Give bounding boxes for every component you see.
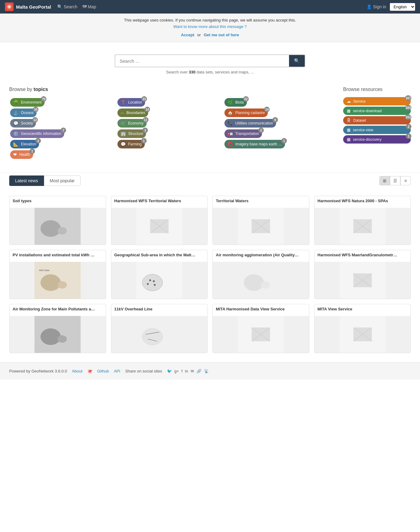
topic-item-oceans[interactable]: ⚓Oceans16 — [10, 108, 37, 117]
navbar: Malta GeoPortal 🔍 Search 🗺 Map 👤 Sign in… — [0, 0, 420, 14]
card-image — [213, 262, 309, 299]
card-image — [10, 316, 106, 353]
twitter-icon[interactable]: 🐦 — [167, 369, 172, 373]
card-item-9[interactable]: 11kV Overhead Line — [111, 304, 208, 353]
card-image — [111, 208, 208, 245]
view-compact-button[interactable]: ≡ — [400, 176, 411, 185]
card-title: Territorial Waters — [213, 196, 309, 208]
topic-item-utilities-communication[interactable]: 📞Utilities communication9 — [224, 119, 276, 128]
googleplus-icon[interactable]: g+ — [174, 369, 179, 373]
nav-search-link[interactable]: 🔍 Search — [57, 4, 77, 9]
search-bar: 🔍 — [115, 54, 305, 67]
resources-list: ☁Service167▦service-download164🗄Dataset1… — [343, 97, 411, 144]
card-title: Geographical Sub-area in which the Malt… — [111, 250, 208, 262]
topic-item-biota[interactable]: 🌿Biota22 — [224, 98, 247, 107]
svg-point-23 — [153, 280, 155, 282]
cookie-reject-link[interactable]: Get me out of here — [204, 33, 239, 37]
resource-item-Service[interactable]: ☁Service167 — [343, 97, 411, 105]
cookie-learn-more[interactable]: Want to know more about this message ? — [173, 24, 247, 29]
card-image — [213, 316, 309, 353]
nav-map-link[interactable]: 🗺 Map — [82, 4, 96, 9]
tab-latest-news[interactable]: Latest news — [9, 175, 44, 186]
footer: Powered by GeoNetwork 3.6.0.0 About 🐙 Gi… — [0, 362, 420, 380]
topic-item-geoscientific-information[interactable]: ⚙️Geoscientific information7 — [10, 129, 64, 138]
card-image — [315, 208, 411, 245]
card-item-1[interactable]: Harmonised WFS Territorial Waters — [111, 196, 208, 245]
topic-item-structure[interactable]: 🏢Structure3 — [117, 129, 146, 138]
topic-item-environment[interactable]: 🌳Environment79 — [10, 98, 45, 107]
card-item-11[interactable]: MITA View Service — [314, 304, 411, 353]
card-item-2[interactable]: Territorial Waters — [212, 196, 309, 245]
email-icon[interactable]: ✉ — [191, 369, 194, 373]
topic-item-location[interactable]: 📍Location23 — [117, 98, 145, 107]
linkedin-icon[interactable]: in — [185, 369, 188, 373]
search-button[interactable]: 🔍 — [289, 55, 305, 67]
footer-share-label: Share on social sites — [125, 369, 162, 373]
view-grid-button[interactable]: ⊞ — [379, 176, 390, 185]
resource-item-Dataset[interactable]: 🗄Dataset163 — [343, 116, 411, 124]
view-list-button[interactable]: ☰ — [390, 176, 400, 185]
footer-github-link[interactable]: Github — [97, 369, 109, 373]
card-item-7[interactable]: Harmonised WFS MaerlandGranulometr… — [314, 250, 411, 299]
powered-by: Powered by GeoNetwork 3.6.0.0 — [9, 369, 67, 373]
card-title: PV installations and estimated total kWh… — [10, 250, 106, 262]
svg-text:kWh Data: kWh Data — [39, 269, 50, 272]
topic-item-society[interactable]: 💬Society12 — [10, 119, 36, 128]
svg-point-2 — [41, 220, 61, 237]
facebook-icon[interactable]: f — [181, 369, 183, 373]
tabs-section: Latest news Most popular ⊞ ☰ ≡ — [0, 172, 420, 196]
map-nav-icon: 🗺 — [82, 4, 87, 9]
cookie-accept-link[interactable]: Accept — [181, 33, 194, 37]
topic-item-planning-cadastre[interactable]: 🏠Planning cadastre14 — [224, 108, 268, 117]
tab-most-popular[interactable]: Most popular — [44, 175, 81, 186]
card-item-6[interactable]: Air monitoring agglomeration (Air Qualit… — [212, 250, 309, 299]
footer-about-link[interactable]: About — [72, 369, 82, 373]
footer-api-link[interactable]: API — [114, 369, 120, 373]
browse-topics-grid: 🌳Environment79📍Location23🌿Biota22⚓Oceans… — [9, 97, 331, 160]
topic-item-farming[interactable]: 💬Farming1 — [117, 140, 145, 148]
topic-item-economy[interactable]: 🛒Economy11 — [117, 119, 147, 128]
tabs-left: Latest news Most popular — [9, 175, 81, 186]
card-item-5[interactable]: Geographical Sub-area in which the Malt… — [111, 250, 208, 299]
resource-item-service-view[interactable]: ▦service-view2 — [343, 126, 411, 134]
card-title: MITA Harmonised Data View Service — [213, 304, 309, 316]
language-select[interactable]: English Maltese — [390, 3, 415, 11]
topic-item-boundaries[interactable]: ···Boundaries14 — [117, 108, 148, 117]
svg-point-3 — [57, 227, 67, 234]
link-icon[interactable]: 🔗 — [196, 369, 201, 373]
svg-point-21 — [142, 274, 162, 291]
card-item-8[interactable]: Air Monitoring Zone for Main Pollutants … — [9, 304, 106, 353]
resource-item-service-discovery[interactable]: ▦service-discovery1 — [343, 135, 411, 144]
view-toggle: ⊞ ☰ ≡ — [379, 176, 411, 185]
svg-point-34 — [41, 329, 61, 345]
card-title: Soil types — [10, 196, 106, 208]
card-item-10[interactable]: MITA Harmonised Data View Service — [212, 304, 309, 353]
card-item-0[interactable]: Soil types — [9, 196, 106, 245]
svg-point-37 — [142, 329, 162, 345]
svg-point-28 — [261, 281, 270, 289]
topic-item-imagery-base-maps-earth-…[interactable]: ⭕Imagery base maps earth …1 — [224, 140, 285, 148]
rss-icon[interactable]: 📡 — [204, 369, 209, 373]
browse-topics-header: Browse by Browse by topicstopics — [9, 87, 331, 92]
card-image — [111, 262, 208, 299]
search-input[interactable] — [115, 55, 289, 67]
resource-item-service-download[interactable]: ▦service-download164 — [343, 107, 411, 115]
svg-point-17 — [41, 274, 61, 291]
signin-button[interactable]: 👤 Sign in — [367, 4, 386, 9]
brand-link[interactable]: Malta GeoPortal — [5, 2, 51, 11]
brand-name: Malta GeoPortal — [16, 4, 51, 10]
cookie-banner: This webpage uses cookies. If you contin… — [0, 14, 420, 42]
svg-point-25 — [154, 284, 156, 286]
language-selector[interactable]: English Maltese — [390, 3, 415, 11]
card-item-3[interactable]: Harmonised WFS Natura 2000 - SPAs — [314, 196, 411, 245]
topic-item-transportation[interactable]: 🚛Transportation2 — [224, 129, 262, 138]
topic-item-elevation[interactable]: 📐Elevation2 — [10, 140, 39, 148]
topic-item-health[interactable]: ❤Health1 — [10, 150, 33, 159]
svg-point-18 — [57, 281, 67, 289]
svg-point-35 — [57, 335, 67, 343]
card-item-4[interactable]: PV installations and estimated total kWh… — [9, 250, 106, 299]
card-image — [315, 316, 411, 353]
search-hint: Search over 330 data sets, services and … — [166, 70, 254, 74]
card-image — [213, 208, 309, 245]
card-title: Harmonised WFS MaerlandGranulometr… — [315, 250, 411, 262]
